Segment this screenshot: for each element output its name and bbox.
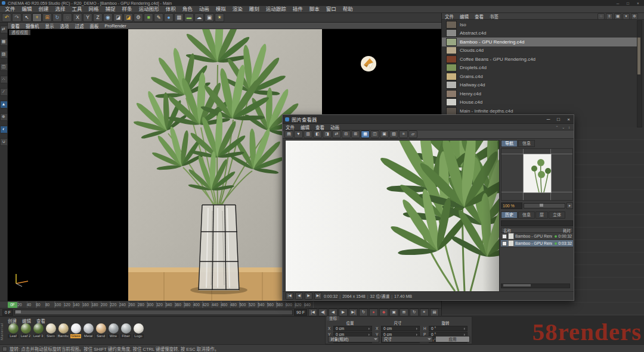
menu-item[interactable]: 模拟 xyxy=(212,6,229,13)
menu-item[interactable]: 样条 xyxy=(119,6,135,13)
picture-viewer-menu-item[interactable]: 查看 xyxy=(312,124,327,130)
menu-item[interactable]: 运动跟踪 xyxy=(262,6,289,13)
pv-goto-end-button[interactable]: ▶| xyxy=(314,292,322,300)
history-panel-tab[interactable]: 层 xyxy=(535,211,548,219)
key-rotation-toggle[interactable]: ↻ xyxy=(410,309,419,316)
menu-item[interactable]: 角色 xyxy=(179,6,196,13)
viewport-menu-item[interactable]: 过滤 xyxy=(72,23,87,29)
render-settings-icon[interactable]: ⚙ xyxy=(134,13,143,22)
picture-viewer-menu-item[interactable]: 动画 xyxy=(327,124,342,130)
workplane-icon[interactable]: ◫ xyxy=(0,63,8,71)
file-list-item[interactable]: Clouds.c4d xyxy=(442,46,639,55)
content-browser-menu-item[interactable]: 文件 xyxy=(442,13,457,20)
histogram-icon[interactable]: ▥ xyxy=(304,130,312,138)
file-list-item[interactable]: House.c4d xyxy=(442,98,639,107)
material-item[interactable]: Bamboo xyxy=(58,323,69,338)
key-scale-toggle[interactable]: ⊞ xyxy=(400,309,408,316)
picture-viewer-menu-item[interactable]: 编辑 xyxy=(298,124,312,130)
zoom-100-icon[interactable]: ▦ xyxy=(361,130,370,138)
floor-object-icon[interactable]: ▬ xyxy=(184,13,194,22)
zoom-slider[interactable] xyxy=(524,203,565,208)
file-list-item[interactable]: Hallway.c4d xyxy=(442,81,639,90)
window-control-button[interactable]: × xyxy=(633,1,643,6)
position-value-field[interactable]: 0 cm xyxy=(333,326,372,331)
zoom-value-field[interactable]: 100 % xyxy=(501,203,522,209)
timeline-range-slider[interactable] xyxy=(14,310,293,315)
snap-icon[interactable]: ∪ xyxy=(0,138,8,146)
menu-item[interactable]: 工具 xyxy=(69,6,85,13)
picture-viewer-menu-item[interactable]: 文件 xyxy=(283,124,298,130)
make-editable-icon[interactable]: ⇄ xyxy=(0,26,8,33)
cube-primitive-icon[interactable]: ■ xyxy=(144,13,153,22)
render-view-icon[interactable]: ◪ xyxy=(113,13,123,22)
file-list-scrollbar[interactable] xyxy=(637,20,642,127)
pv-play-button[interactable]: ▶ xyxy=(305,292,312,300)
spline-pen-icon[interactable]: ✎ xyxy=(154,13,163,22)
rotation-value-field[interactable]: 0 ° xyxy=(429,326,467,331)
viewport-solo-icon[interactable]: ◐ xyxy=(0,126,8,133)
material-item[interactable]: Wire xyxy=(108,323,119,338)
menu-item[interactable]: 捕捉 xyxy=(102,6,119,13)
open-file-icon[interactable]: ▤ xyxy=(284,130,293,138)
history-entry[interactable]: Bamboo - GPU Rendering 0:03:32 xyxy=(501,240,573,247)
material-item[interactable]: Fiber xyxy=(120,323,131,338)
environment-icon[interactable]: ☁ xyxy=(194,13,204,22)
history-panel-tab[interactable]: 立体 xyxy=(549,211,565,219)
edges-mode-icon[interactable]: ∕ xyxy=(0,88,8,96)
redo-icon[interactable]: ↷ xyxy=(12,13,21,22)
browser-settings-icon[interactable]: ⚙ xyxy=(631,13,638,20)
menu-item[interactable]: 插件 xyxy=(289,6,306,13)
loop-button[interactable]: ↻ xyxy=(359,309,368,316)
menu-item[interactable]: 编辑 xyxy=(18,6,35,13)
list-view-icon[interactable]: ≡ xyxy=(606,13,613,20)
material-item[interactable]: Leaf xyxy=(8,323,18,338)
autokey-button[interactable]: ◆ xyxy=(379,309,388,316)
lock-y-axis-icon[interactable]: Y xyxy=(83,13,92,22)
prev-frame-button[interactable]: ◀ xyxy=(329,309,338,316)
channels-icon[interactable]: ▧ xyxy=(389,130,398,138)
points-mode-icon[interactable]: ∴ xyxy=(0,76,8,83)
menu-item[interactable]: 帮助 xyxy=(339,6,356,13)
fullscreen-icon[interactable]: ▣ xyxy=(380,130,389,138)
material-item[interactable]: Stem xyxy=(45,323,56,338)
viewport-menu-item[interactable]: 显示 xyxy=(42,23,57,29)
menu-item[interactable]: 雕刻 xyxy=(246,6,262,13)
file-list-item[interactable]: Grains.c4d xyxy=(442,72,639,81)
menu-item[interactable]: 动画 xyxy=(196,6,212,13)
window-control-button[interactable]: □ xyxy=(623,1,633,6)
pv-prev-frame-button[interactable]: ◀ xyxy=(295,292,303,300)
side-panel-tab[interactable]: 信息 xyxy=(518,140,535,147)
menu-item[interactable]: 体积 xyxy=(162,6,179,13)
rotate-tool-icon[interactable]: ↻ xyxy=(52,13,62,22)
menu-item[interactable]: 文件 xyxy=(2,6,18,13)
viewport-menu-item[interactable]: 查看 xyxy=(8,23,23,29)
picture-viewer-window-control[interactable]: × xyxy=(564,116,574,123)
array-generator-icon[interactable]: ▦ xyxy=(174,13,184,22)
goto-end-button[interactable]: ▶| xyxy=(349,309,358,316)
search-icon[interactable]: ◌ xyxy=(597,13,605,20)
coordinate-system-icon[interactable]: ◉ xyxy=(103,13,113,22)
frame-border-icon[interactable]: ▱ xyxy=(408,130,417,138)
history-panel-tab[interactable]: 信息 xyxy=(518,211,535,219)
size-mode-dropdown[interactable]: 尺寸 xyxy=(382,336,433,342)
undo-icon[interactable]: ↶ xyxy=(2,13,11,22)
key-position-toggle[interactable]: ▣ xyxy=(389,309,398,316)
compare-side-icon[interactable]: ◨ xyxy=(323,130,332,138)
move-tool-icon[interactable]: + xyxy=(32,13,42,22)
file-list-item[interactable]: Abstract.c4d xyxy=(442,29,639,38)
select-tool-icon[interactable]: ↖ xyxy=(22,13,32,22)
navigator[interactable] xyxy=(501,148,573,201)
menu-item[interactable]: 窗口 xyxy=(323,6,339,13)
size-value-field[interactable]: 0 cm xyxy=(381,326,420,331)
texture-mode-icon[interactable]: ▨ xyxy=(0,51,8,58)
pv-goto-start-button[interactable]: |◀ xyxy=(286,292,293,300)
entry-checkbox[interactable] xyxy=(502,234,507,239)
apply-button[interactable]: 应用 xyxy=(435,336,470,342)
time-column-header[interactable]: 耗时 xyxy=(563,228,571,233)
material-item[interactable]: Sand xyxy=(95,323,106,338)
menu-item[interactable]: 脚本 xyxy=(306,6,323,13)
window-control-button[interactable]: ─ xyxy=(613,1,623,6)
picture-viewer-window-control[interactable]: □ xyxy=(553,116,564,123)
keyframe-selection-button[interactable]: ▤ xyxy=(430,309,439,316)
file-list-item[interactable]: Coffee Beans - GPU Rendering.c4d xyxy=(442,55,639,64)
